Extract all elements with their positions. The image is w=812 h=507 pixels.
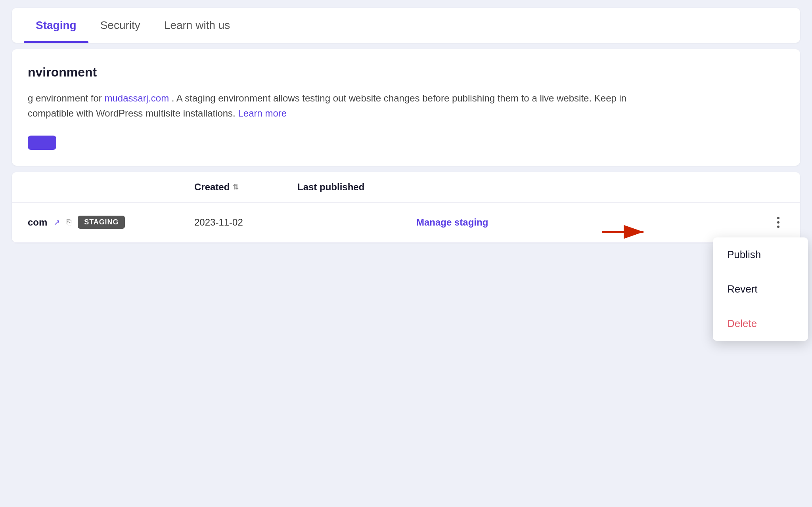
tabs-card: Staging Security Learn with us (12, 8, 800, 43)
three-dots-icon (777, 217, 779, 228)
manage-staging-link[interactable]: Manage staging (416, 217, 488, 228)
tab-staging[interactable]: Staging (24, 8, 88, 43)
table-row: com ↗︎ ⎘ STAGING 2023-11-02 Manage stagi… (12, 203, 800, 243)
col-header-last-published: Last published (297, 182, 416, 193)
staging-badge: STAGING (78, 216, 125, 229)
publish-button[interactable]: Publish (713, 237, 808, 272)
site-info: com ↗︎ ⎘ STAGING (28, 216, 194, 229)
site-name: com (28, 217, 47, 228)
revert-button[interactable]: Revert (713, 272, 808, 306)
tab-learn-with-us[interactable]: Learn with us (152, 8, 242, 43)
env-description: g environment for mudassarj.com . A stag… (28, 91, 784, 121)
learn-more-link[interactable]: Learn more (238, 108, 287, 119)
environment-card: nvironment g environment for mudassarj.c… (12, 49, 800, 166)
more-menu-container: Publish Revert Delete (772, 214, 784, 231)
site-link[interactable]: mudassarj.com (104, 93, 169, 103)
env-title: nvironment (28, 65, 784, 80)
table-header: Created ⇅ Last published (12, 172, 800, 203)
arrow-indicator (602, 225, 649, 239)
tab-list: Staging Security Learn with us (24, 8, 788, 43)
dropdown-menu: Publish Revert Delete (713, 237, 808, 341)
col-header-created[interactable]: Created ⇅ (194, 182, 297, 193)
staging-table-card: Created ⇅ Last published com ↗︎ ⎘ STAGIN… (12, 172, 800, 243)
red-arrow-icon (602, 225, 649, 239)
more-options-button[interactable] (772, 214, 784, 231)
manage-link-cell: Manage staging (416, 217, 772, 228)
external-link-icon[interactable]: ↗︎ (54, 218, 60, 227)
copy-icon[interactable]: ⎘ (67, 218, 71, 227)
delete-button[interactable]: Delete (713, 306, 808, 341)
tab-security[interactable]: Security (88, 8, 152, 43)
create-staging-button[interactable] (28, 136, 56, 150)
sort-icon: ⇅ (233, 184, 239, 191)
created-date: 2023-11-02 (194, 217, 297, 228)
